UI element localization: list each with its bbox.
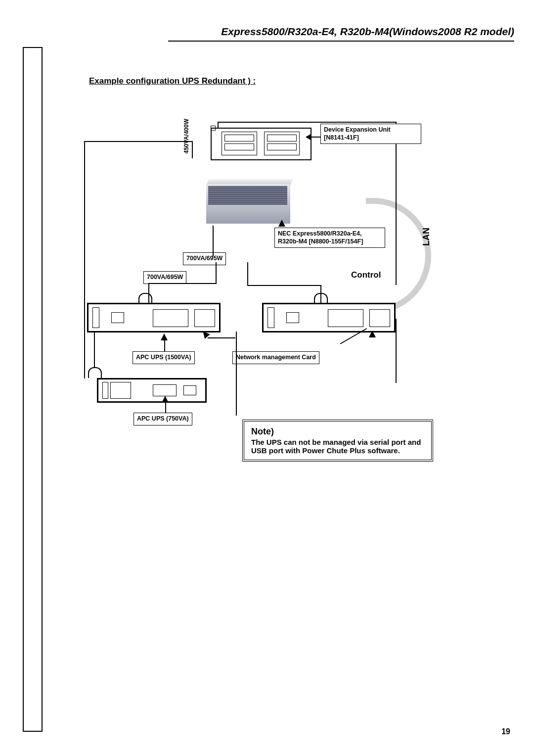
note-title: Note) <box>251 426 424 437</box>
arrow-line <box>312 137 320 138</box>
arrow-head-icon <box>306 134 312 141</box>
line <box>148 283 149 303</box>
line <box>213 226 214 256</box>
apc-ups-750-label: APC UPS (750VA) <box>134 413 192 425</box>
line <box>396 319 397 383</box>
line <box>148 283 216 284</box>
arrow-head-icon <box>278 220 285 227</box>
line <box>192 141 193 158</box>
device-expansion-unit <box>211 128 312 160</box>
line <box>218 122 396 123</box>
section-title: Example configuration UPS Redundant ) : <box>89 76 256 86</box>
line <box>247 285 321 286</box>
line <box>396 122 397 285</box>
arrow-head-icon <box>162 396 169 403</box>
network-mgmt-card-label: Network management Card <box>232 351 319 364</box>
apc-ups-1500-label: APC UPS (1500VA) <box>133 351 195 364</box>
power-plug-icon <box>88 367 102 378</box>
label-line1: Device Expansion Unit <box>324 126 391 133</box>
power-label-450va: 450VA/400W <box>183 119 190 163</box>
device-expansion-label: Device Expansion Unit [N8141-41F] <box>320 124 421 144</box>
note-body: The UPS can not be managed via serial po… <box>251 438 424 455</box>
power-label-700va-1: 700VA/695W <box>183 252 226 265</box>
label-line2: R320b-M4 [N8800-155F/154F] <box>278 238 363 245</box>
apc-ups-750 <box>97 378 207 403</box>
line <box>247 262 248 286</box>
note-box: Note) The UPS can not be managed via ser… <box>242 420 433 462</box>
power-plug-icon <box>138 293 152 304</box>
left-vertical-frame <box>23 47 43 732</box>
arrow-line <box>208 337 235 338</box>
server-label: NEC Express5800/R320a-E4, R320b-M4 [N880… <box>274 228 385 248</box>
label-line1: NEC Express5800/R320a-E4, <box>278 230 362 237</box>
lan-cable-curve <box>366 198 431 314</box>
line <box>216 262 217 284</box>
page-number: 19 <box>501 727 510 736</box>
connector-dot <box>211 126 216 131</box>
label-line2: [N8141-41F] <box>324 134 359 141</box>
line <box>84 141 85 378</box>
line <box>320 285 321 303</box>
control-label: Control <box>351 270 381 280</box>
line <box>84 141 193 142</box>
arrow-head-icon <box>369 331 376 337</box>
arrow-line <box>165 403 166 413</box>
line <box>236 331 237 416</box>
page-header: Express5800/R320a-E4, R320b-M4(Windows20… <box>168 26 514 42</box>
power-label-700va-2: 700VA/695W <box>143 271 186 284</box>
apc-ups-1500-left <box>87 303 221 332</box>
apc-ups-1500-right <box>262 303 396 332</box>
arrow-line <box>164 340 165 351</box>
lan-label: LAN <box>421 228 432 246</box>
arrow-head-icon <box>161 333 168 340</box>
